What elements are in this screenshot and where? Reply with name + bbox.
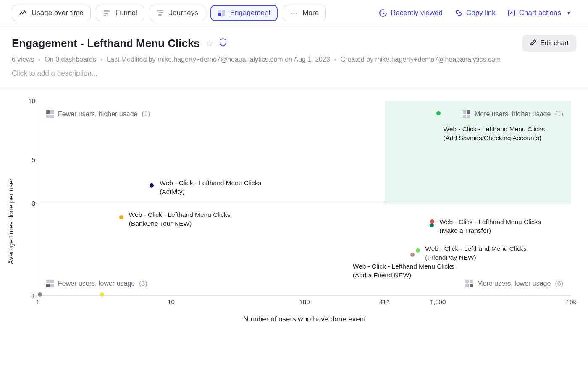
tab-label: More	[302, 9, 319, 17]
point-label-add-savings: Web - Click - Lefthand Menu Clicks(Add S…	[443, 125, 545, 143]
quadrant-count: (1)	[142, 110, 150, 118]
meta-created: Created by mike.hagerty+demo7@heapanalyt…	[341, 56, 501, 63]
point-label-friendpay: Web - Click - Lefthand Menu Clicks(Frien…	[425, 245, 527, 262]
point-add-savings[interactable]	[436, 111, 441, 115]
page-title: Engagement - Lefthand Menu Clicks	[12, 37, 200, 50]
action-label: Recently viewed	[391, 9, 443, 17]
quadrant-text: More users, lower usage	[477, 280, 551, 287]
svg-rect-4	[159, 12, 163, 13]
quadrant-count: (3)	[139, 280, 147, 287]
svg-rect-5	[158, 14, 162, 16]
meta-modified: Last Modified by mike.hagerty+demo7@heap…	[107, 56, 330, 63]
point-transfer-teal[interactable]	[430, 223, 434, 227]
svg-rect-21	[50, 280, 54, 283]
svg-rect-13	[50, 110, 54, 114]
svg-rect-20	[46, 280, 50, 283]
svg-rect-27	[470, 284, 473, 287]
scatter-plot[interactable]: Fewer users, higher usage (1) More users…	[38, 101, 571, 296]
chart-type-tabs: Usage over time Funnel Journeys Engageme…	[12, 5, 326, 21]
tab-label: Usage over time	[32, 9, 84, 17]
chart-actions-button[interactable]: Chart actions ▾	[504, 6, 576, 20]
shield-icon[interactable]	[219, 38, 227, 48]
top-toolbar: Usage over time Funnel Journeys Engageme…	[0, 0, 588, 26]
svg-rect-19	[467, 115, 470, 118]
recently-viewed-button[interactable]: Recently viewed	[375, 6, 446, 20]
tab-more[interactable]: ⋯ More	[283, 5, 326, 21]
funnel-icon	[103, 9, 111, 17]
svg-rect-7	[222, 10, 225, 13]
tab-label: Journeys	[169, 9, 198, 17]
link-icon	[454, 9, 463, 17]
point-add-friend[interactable]	[410, 253, 415, 257]
svg-rect-11	[509, 10, 514, 16]
point-activity[interactable]	[150, 183, 154, 188]
svg-rect-1	[104, 13, 108, 14]
svg-rect-12	[46, 110, 50, 114]
journeys-icon	[157, 9, 165, 17]
xtick: 1	[36, 298, 39, 305]
xtick: 412	[379, 298, 390, 305]
chart-header: Engagement - Lefthand Menu Clicks ☆ Edit…	[0, 26, 588, 88]
point-gray[interactable]	[38, 292, 42, 297]
y-axis-ticks: 10 5 3 1	[21, 101, 35, 296]
svg-rect-0	[104, 10, 110, 12]
svg-rect-2	[104, 15, 106, 16]
edit-label: Edit chart	[540, 39, 569, 47]
quadrant-icon	[46, 110, 54, 118]
svg-rect-18	[463, 115, 466, 118]
quadrant-label-bottom-right: More users, lower usage (6)	[465, 280, 563, 287]
tab-funnel[interactable]: Funnel	[96, 5, 144, 21]
point-yellow[interactable]	[100, 292, 104, 297]
xtick: 1,000	[430, 298, 446, 305]
tab-label: Engagement	[230, 9, 270, 17]
y-threshold-line	[38, 203, 571, 203]
xtick: 10k	[566, 298, 576, 305]
svg-rect-8	[218, 13, 221, 16]
svg-rect-25	[470, 280, 473, 283]
quadrant-label-bottom-left: Fewer users, lower usage (3)	[46, 280, 147, 287]
ellipsis-icon: ⋯	[290, 9, 298, 17]
separator-dot	[38, 59, 40, 61]
quadrant-icon	[46, 280, 54, 287]
quadrant-count: (6)	[555, 280, 563, 287]
svg-rect-15	[50, 115, 54, 118]
svg-rect-6	[218, 10, 221, 13]
favorite-star-icon[interactable]: ☆	[206, 38, 213, 48]
svg-rect-14	[46, 115, 50, 118]
svg-rect-3	[158, 10, 163, 11]
edit-chart-button[interactable]: Edit chart	[522, 35, 576, 52]
point-label-add-friend: Web - Click - Lefthand Menu Clicks(Add a…	[353, 262, 454, 280]
tab-engagement[interactable]: Engagement	[210, 5, 278, 21]
chevron-down-icon: ▾	[564, 9, 573, 17]
description-input[interactable]: Click to add a description...	[12, 69, 576, 78]
ytick: 5	[32, 156, 35, 163]
xtick: 10	[168, 298, 175, 305]
ytick: 1	[32, 292, 35, 300]
quadrant-icon	[465, 280, 473, 287]
ytick: 3	[32, 200, 35, 207]
pencil-icon	[530, 39, 537, 47]
svg-rect-9	[222, 13, 225, 16]
quadrant-text: Fewer users, lower usage	[58, 280, 135, 287]
meta-views: 6 views	[12, 56, 34, 63]
copy-link-button[interactable]: Copy link	[451, 6, 499, 20]
point-label-transfer: Web - Click - Lefthand Menu Clicks(Make …	[440, 218, 541, 235]
line-chart-icon	[19, 9, 27, 17]
y-axis-label: Average times done per user	[8, 178, 15, 264]
xtick: 100	[299, 298, 310, 305]
quadrant-count: (1)	[555, 110, 563, 118]
x-axis-ticks: 1 10 100 412 1,000 10k	[38, 298, 571, 309]
quadrant-icon	[463, 110, 470, 118]
svg-rect-24	[465, 280, 469, 283]
point-friendpay[interactable]	[416, 248, 420, 253]
chart-actions-icon	[507, 9, 516, 17]
chart-area: Average times done per user 10 5 3 1 Few…	[0, 88, 588, 328]
tab-label: Funnel	[116, 9, 137, 17]
point-banktour[interactable]	[119, 215, 123, 219]
quadrant-text: Fewer users, higher usage	[58, 110, 137, 118]
ytick: 10	[28, 97, 35, 104]
tab-journeys[interactable]: Journeys	[150, 5, 205, 21]
quadrant-label-top-left: Fewer users, higher usage (1)	[46, 110, 150, 118]
svg-rect-17	[467, 110, 470, 114]
tab-usage-over-time[interactable]: Usage over time	[12, 5, 91, 21]
